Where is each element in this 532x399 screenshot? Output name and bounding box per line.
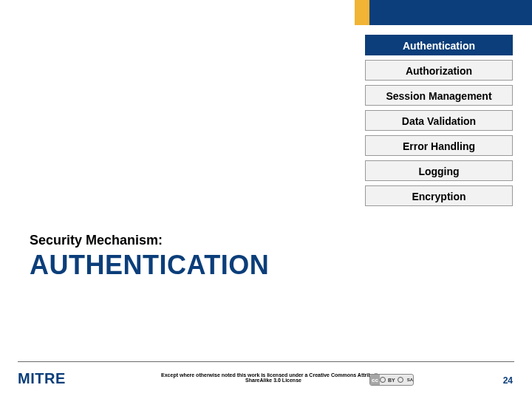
cc-sa-icon: [398, 377, 403, 383]
mechanism-item-logging: Logging: [365, 160, 513, 181]
slide: Authentication Authorization Session Man…: [0, 0, 532, 399]
license-text: Except where otherwise noted this work i…: [148, 372, 399, 383]
cc-badge: cc BY SA: [369, 374, 414, 386]
footer-rule: [18, 361, 514, 362]
cc-sa-label: SA: [407, 378, 413, 382]
heading-title: AUTHENTICATION: [30, 250, 269, 281]
corner-band-main: [369, 0, 532, 25]
mechanism-item-encryption: Encryption: [365, 185, 513, 206]
corner-band: [355, 0, 532, 25]
page-number: 24: [503, 375, 513, 386]
mitre-logo: MITRE: [18, 370, 66, 387]
mechanism-item-authentication: Authentication: [365, 35, 513, 55]
mechanism-item-data-validation: Data Validation: [365, 110, 513, 131]
cc-by-label: BY: [388, 378, 395, 383]
mechanism-item-session-management: Session Management: [365, 85, 513, 106]
mechanism-item-error-handling: Error Handling: [365, 135, 513, 156]
heading-block: Security Mechanism: AUTHENTICATION: [30, 233, 269, 281]
corner-band-accent: [355, 0, 369, 25]
mechanism-item-authorization: Authorization: [365, 60, 513, 81]
cc-by-icon: [380, 377, 386, 383]
cc-icon: cc: [370, 375, 380, 385]
mechanism-list: Authentication Authorization Session Man…: [365, 35, 513, 206]
heading-kicker: Security Mechanism:: [30, 233, 269, 248]
cc-badge-right: BY SA: [380, 375, 413, 385]
